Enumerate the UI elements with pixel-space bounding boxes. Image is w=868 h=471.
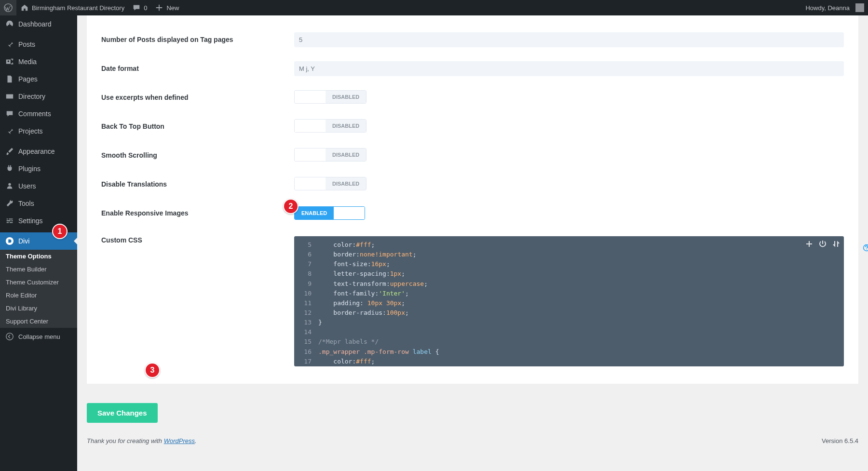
- option-smooth-scroll: Smooth Scrolling DISABLED: [101, 141, 844, 170]
- site-name: Birmingham Restaurant Directory: [32, 4, 124, 12]
- user-icon: [5, 181, 14, 191]
- sidebar-item-label: Tools: [18, 200, 34, 207]
- media-icon: [5, 57, 14, 67]
- wordpress-link[interactable]: WordPress: [164, 437, 195, 444]
- option-label: Back To Top Button: [101, 122, 294, 130]
- submenu-theme-customizer[interactable]: Theme Customizer: [0, 276, 77, 289]
- main-content: Number of Posts displayed on Tag pages D…: [77, 15, 868, 444]
- sidebar-item-label: Pages: [18, 75, 38, 83]
- toggle-knob: [295, 148, 326, 161]
- new-link[interactable]: New: [151, 0, 183, 15]
- comments-link[interactable]: 0: [128, 0, 151, 15]
- option-date-format: Date format: [101, 54, 844, 83]
- sidebar-item-dashboard[interactable]: Dashboard: [0, 15, 77, 33]
- comment-icon: [132, 3, 141, 12]
- submenu-role-editor[interactable]: Role Editor: [0, 289, 77, 302]
- options-panel: Number of Posts displayed on Tag pages D…: [87, 15, 858, 384]
- sidebar-item-posts[interactable]: Posts: [0, 36, 77, 53]
- account-link[interactable]: Howdy, Deanna: [801, 0, 868, 15]
- option-excerpts: Use excerpts when defined DISABLED: [101, 83, 844, 112]
- pages-icon: [5, 74, 14, 84]
- option-tag-posts: Number of Posts displayed on Tag pages: [101, 25, 844, 54]
- howdy-text: Howdy, Deanna: [805, 4, 850, 12]
- back-to-top-toggle[interactable]: DISABLED: [294, 119, 366, 133]
- expand-icon[interactable]: [805, 240, 813, 248]
- callout-1: 1: [52, 224, 68, 239]
- id-icon: [5, 92, 14, 101]
- option-disable-translations: Disable Translations DISABLED: [101, 170, 844, 199]
- sidebar-item-plugins[interactable]: Plugins: [0, 160, 77, 177]
- footer: Thank you for creating with WordPress. V…: [87, 437, 858, 444]
- sidebar-item-label: Comments: [18, 110, 51, 118]
- collapse-label: Collapse menu: [18, 333, 60, 340]
- wp-logo[interactable]: [0, 0, 16, 15]
- option-back-to-top: Back To Top Button DISABLED: [101, 112, 844, 141]
- sidebar-item-label: Projects: [18, 127, 43, 135]
- option-custom-css: Custom CSS 5 color:#fff;6 border:none!im…: [101, 228, 844, 369]
- option-label: Date format: [101, 65, 294, 72]
- code-editor-actions: [805, 240, 840, 248]
- responsive-images-toggle[interactable]: ENABLED: [294, 206, 365, 220]
- sidebar-item-comments[interactable]: Comments: [0, 105, 77, 122]
- home-icon: [20, 3, 29, 12]
- option-label: Smooth Scrolling: [101, 151, 294, 159]
- submenu-support-center[interactable]: Support Center: [0, 315, 77, 328]
- pin-icon: [5, 126, 14, 136]
- sidebar-item-label: Plugins: [18, 165, 41, 173]
- date-format-input[interactable]: [294, 61, 844, 76]
- submenu-theme-options[interactable]: Theme Options: [0, 250, 77, 263]
- submenu-divi-library[interactable]: Divi Library: [0, 302, 77, 315]
- sidebar-item-label: Directory: [18, 93, 45, 100]
- avatar: [855, 3, 864, 12]
- custom-css-editor[interactable]: 5 color:#fff;6 border:none!important;7 f…: [294, 236, 844, 366]
- sidebar-item-pages[interactable]: Pages: [0, 70, 77, 88]
- sidebar-item-label: Divi: [18, 237, 29, 245]
- footer-thanks-post: .: [195, 437, 197, 444]
- collapse-menu[interactable]: Collapse menu: [0, 328, 77, 345]
- option-responsive-images: Enable Responsive Images ENABLED: [101, 199, 844, 228]
- sidebar-item-label: Media: [18, 58, 37, 66]
- divi-icon: [5, 236, 14, 246]
- comments-count: 0: [144, 4, 147, 12]
- wordpress-icon: [4, 3, 13, 12]
- excerpts-toggle[interactable]: DISABLED: [294, 90, 366, 104]
- disable-translations-toggle[interactable]: DISABLED: [294, 177, 366, 190]
- option-label: Custom CSS: [101, 236, 294, 244]
- sidebar-item-users[interactable]: Users: [0, 177, 77, 195]
- sidebar-item-media[interactable]: Media: [0, 53, 77, 70]
- sidebar-item-appearance[interactable]: Appearance: [0, 143, 77, 160]
- toggle-knob: [334, 207, 365, 219]
- sort-icon[interactable]: [832, 240, 840, 248]
- callout-3: 3: [145, 363, 160, 378]
- svg-point-2: [6, 333, 13, 340]
- sidebar-item-directory[interactable]: Directory: [0, 88, 77, 105]
- sidebar-item-label: Dashboard: [18, 20, 52, 28]
- new-label: New: [166, 4, 179, 12]
- brush-icon: [5, 147, 14, 156]
- toggle-knob: [295, 177, 326, 190]
- plug-icon: [5, 164, 14, 174]
- option-label: Use excerpts when defined: [101, 94, 294, 101]
- comment-icon: [5, 109, 14, 119]
- toggle-state: DISABLED: [326, 120, 366, 132]
- callout-2: 2: [283, 199, 298, 214]
- dashboard-icon: [5, 19, 14, 29]
- sidebar-item-projects[interactable]: Projects: [0, 122, 77, 140]
- toggle-state: DISABLED: [326, 91, 366, 103]
- power-icon[interactable]: [819, 240, 827, 248]
- tag-posts-input[interactable]: [294, 32, 844, 47]
- version-text: Version 6.5.4: [822, 437, 858, 444]
- pin-icon: [5, 40, 14, 49]
- help-icon[interactable]: [863, 244, 868, 253]
- divi-submenu: Theme Options Theme Builder Theme Custom…: [0, 250, 77, 328]
- smooth-scroll-toggle[interactable]: DISABLED: [294, 148, 366, 161]
- sidebar-item-tools[interactable]: Tools: [0, 195, 77, 212]
- option-label: Disable Translations: [101, 180, 294, 188]
- site-link[interactable]: Birmingham Restaurant Directory: [16, 0, 128, 15]
- plus-icon: [155, 3, 163, 12]
- save-button[interactable]: Save Changes: [87, 403, 158, 423]
- submenu-theme-builder[interactable]: Theme Builder: [0, 263, 77, 276]
- wrench-icon: [5, 199, 14, 208]
- option-label: Enable Responsive Images: [101, 209, 294, 217]
- toggle-state: DISABLED: [326, 148, 366, 161]
